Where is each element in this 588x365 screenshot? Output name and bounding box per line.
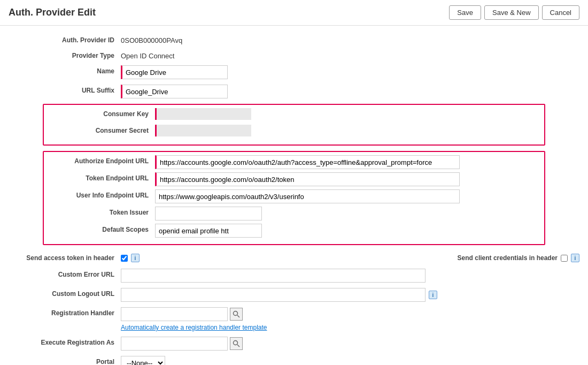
auth-provider-id-value: 0SO0B000000PAvq (121, 34, 579, 44)
token-endpoint-row: Token Endpoint URL (48, 172, 540, 186)
cancel-button-top[interactable]: Cancel (542, 5, 579, 20)
token-issuer-input[interactable] (155, 207, 262, 220)
endpoints-section: Authorize Endpoint URL Token Endpoint UR… (43, 151, 545, 245)
provider-type-label: Provider Type (9, 50, 121, 59)
execute-registration-label: Execute Registration As (9, 337, 121, 346)
registration-handler-row: Registration Handler Automatically creat… (0, 307, 588, 331)
default-scopes-label: Default Scopes (48, 224, 155, 233)
consumer-secret-row: Consumer Secret (48, 125, 540, 138)
page-wrapper: Auth. Provider Edit Save Save & New Canc… (0, 0, 588, 365)
name-label: Name (9, 65, 121, 75)
consumer-key-row: Consumer Key (48, 108, 540, 121)
registration-handler-link-area: Automatically create a registration hand… (121, 323, 267, 331)
custom-logout-url-input[interactable] (121, 288, 425, 302)
url-suffix-input[interactable] (121, 85, 228, 98)
portal-label: Portal (9, 356, 121, 365)
send-client-credentials-right: Send client credentials in header i (458, 254, 579, 262)
consumer-secret-input[interactable] (155, 125, 251, 136)
search-icon (233, 310, 240, 318)
custom-logout-url-info[interactable]: i (429, 291, 437, 299)
authorize-endpoint-field (155, 155, 540, 169)
send-access-token-info[interactable]: i (131, 254, 140, 262)
registration-handler-input[interactable] (121, 307, 228, 321)
token-issuer-label: Token Issuer (48, 207, 155, 216)
portal-select[interactable]: --None-- (121, 356, 165, 365)
name-input[interactable] (121, 65, 228, 79)
send-access-token-label: Send access token in header (9, 254, 121, 262)
registration-handler-area: Automatically create a registration hand… (121, 307, 267, 331)
userinfo-endpoint-input[interactable] (155, 189, 460, 203)
consumer-key-field (155, 108, 540, 121)
auth-provider-id-row: Auth. Provider ID 0SO0B000000PAvq (0, 34, 588, 44)
registration-handler-input-area (121, 307, 267, 321)
page-title: Auth. Provider Edit (9, 7, 449, 18)
provider-type-row: Provider Type Open ID Connect (0, 50, 588, 60)
default-scopes-field (155, 224, 540, 238)
registration-handler-lookup[interactable] (230, 308, 243, 321)
send-client-credentials-label: Send client credentials in header (458, 254, 558, 262)
registration-handler-label: Registration Handler (9, 307, 121, 317)
consumer-key-input[interactable] (155, 108, 251, 120)
portal-row: Portal --None-- (0, 356, 588, 365)
custom-error-url-label: Custom Error URL (9, 269, 121, 278)
send-access-token-area: i Send client credentials in header i (121, 254, 579, 262)
userinfo-endpoint-field (155, 189, 540, 203)
token-endpoint-input[interactable] (155, 172, 460, 186)
authorize-endpoint-input[interactable] (155, 155, 460, 169)
name-row: Name (0, 65, 588, 79)
default-scopes-input[interactable] (155, 224, 262, 238)
token-issuer-field (155, 207, 540, 220)
url-suffix-row: URL Suffix (0, 85, 588, 98)
token-endpoint-label: Token Endpoint URL (48, 172, 155, 182)
consumer-secret-label: Consumer Secret (48, 125, 155, 134)
execute-registration-input[interactable] (121, 337, 228, 351)
token-issuer-row: Token Issuer (48, 207, 540, 220)
form-body: Auth. Provider ID 0SO0B000000PAvq Provid… (0, 26, 588, 365)
svg-line-3 (237, 345, 239, 347)
send-access-token-row: Send access token in header i Send clien… (0, 250, 588, 265)
consumer-secret-field (155, 125, 540, 138)
svg-point-2 (234, 341, 238, 345)
token-endpoint-field (155, 172, 540, 186)
execute-registration-lookup[interactable] (230, 337, 243, 350)
send-client-credentials-checkbox[interactable] (561, 255, 568, 262)
save-new-button-top[interactable]: Save & New (484, 5, 539, 20)
default-scopes-row: Default Scopes (48, 224, 540, 238)
userinfo-endpoint-label: User Info Endpoint URL (48, 189, 155, 199)
custom-logout-url-area: i (121, 288, 437, 302)
search-icon2 (233, 340, 240, 347)
svg-point-0 (234, 311, 238, 316)
send-access-token-checkbox[interactable] (121, 255, 128, 262)
execute-registration-area (121, 337, 243, 351)
credentials-section: Consumer Key Consumer Secret (43, 104, 545, 146)
registration-handler-link[interactable]: Automatically create a registration hand… (121, 324, 267, 331)
execute-registration-row: Execute Registration As (0, 337, 588, 351)
custom-error-url-input[interactable] (121, 269, 425, 283)
provider-type-value: Open ID Connect (121, 50, 579, 60)
consumer-key-label: Consumer Key (48, 108, 155, 118)
authorize-endpoint-row: Authorize Endpoint URL (48, 155, 540, 169)
custom-error-url-row: Custom Error URL (0, 269, 588, 283)
save-button-top[interactable]: Save (449, 5, 481, 20)
auth-provider-id-label: Auth. Provider ID (9, 34, 121, 44)
svg-line-1 (237, 315, 239, 317)
send-client-credentials-info[interactable]: i (571, 254, 579, 262)
custom-logout-url-label: Custom Logout URL (9, 288, 121, 298)
header-buttons: Save Save & New Cancel (449, 5, 579, 20)
header: Auth. Provider Edit Save Save & New Canc… (0, 0, 588, 26)
authorize-endpoint-label: Authorize Endpoint URL (48, 155, 155, 165)
url-suffix-label: URL Suffix (9, 85, 121, 94)
custom-logout-url-row: Custom Logout URL i (0, 288, 588, 302)
userinfo-endpoint-row: User Info Endpoint URL (48, 189, 540, 203)
